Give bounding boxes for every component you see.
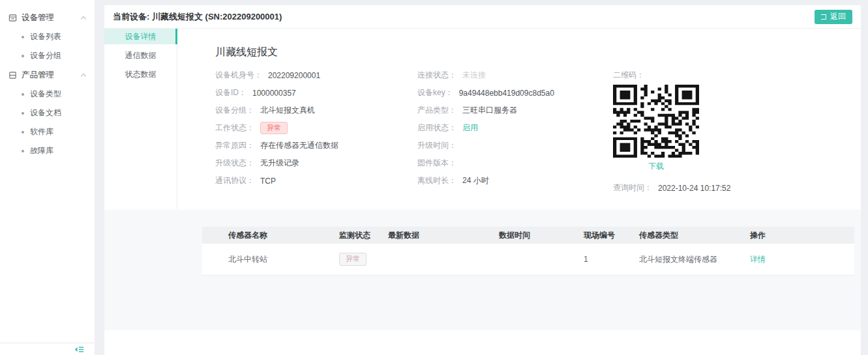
device-detail-panel: 川藏线短报文 设备机身号：202209200001 设备ID：100000035… (177, 29, 861, 209)
field-label: 设备分组： (215, 105, 254, 116)
bullet-icon (22, 150, 24, 152)
abnormal-reason-value: 存在传感器无通信数据 (260, 140, 338, 151)
sidebar: 设备管理 设备列表 设备分组 产品管理 设备类型 设备文档 软 (0, 0, 95, 355)
col-latest-data: 最新数据 (388, 230, 499, 241)
query-time-label: 查询时间： (613, 182, 652, 193)
device-id-value: 1000000357 (252, 89, 296, 98)
field-label: 设备机身号： (215, 70, 262, 81)
field-label: 升级时间： (417, 140, 456, 151)
connection-status-value: 未连接 (462, 70, 486, 81)
bullet-icon (22, 55, 24, 57)
detail-column-3: 二维码： 下载 查询时间： 2022-10-24 10:17:52 (613, 66, 822, 197)
device-group-value: 北斗短报文真机 (260, 105, 315, 116)
tab-status-data[interactable]: 状态数据 (104, 66, 177, 82)
qr-code: 下载 (613, 85, 699, 172)
sidebar-item-label: 设备文档 (30, 107, 61, 119)
sensor-type-cell: 北斗短报文终端传感器 (639, 254, 750, 265)
device-serial-value: 202209200001 (268, 71, 320, 80)
field-label: 固件版本： (417, 158, 456, 169)
query-time-value: 2022-10-24 10:17:52 (658, 184, 730, 193)
chevron-up-icon (81, 16, 86, 21)
sidebar-item-label: 设备列表 (30, 31, 61, 42)
field-label: 通讯协议： (215, 175, 254, 186)
col-data-time: 数据时间 (499, 230, 584, 241)
sidebar-item-label: 设备类型 (30, 89, 61, 100)
bullet-icon (22, 36, 24, 38)
sidebar-group-device-management[interactable]: 设备管理 (0, 8, 95, 27)
sidebar-item-device-docs[interactable]: 设备文档 (0, 104, 95, 122)
field-label: 离线时长： (417, 175, 456, 186)
sensor-name-cell: 北斗中转站 (228, 254, 339, 265)
current-device-title: 当前设备: 川藏线短报文 (SN:202209200001) (113, 11, 282, 23)
detail-column-1: 设备机身号：202209200001 设备ID：1000000357 设备分组：… (215, 66, 411, 190)
field-label: 设备ID： (215, 87, 247, 98)
device-management-icon (8, 14, 17, 22)
return-button[interactable]: 返回 (815, 10, 852, 24)
sidebar-group-label: 设备管理 (22, 12, 54, 23)
col-sensor-type: 传感器类型 (639, 230, 750, 241)
field-label: 异常原因： (215, 140, 254, 151)
offline-duration-value: 24 小时 (462, 175, 489, 186)
field-label: 升级状态： (215, 158, 254, 169)
field-label: 连接状态： (417, 70, 456, 81)
enable-status-link[interactable]: 启用 (462, 122, 478, 134)
sidebar-item-label: 软件库 (30, 126, 53, 137)
col-site-number: 现场编号 (584, 230, 639, 241)
sidebar-group-product-management[interactable]: 产品管理 (0, 65, 95, 85)
sidebar-item-device-group[interactable]: 设备分组 (0, 46, 95, 65)
qr-label: 二维码： (613, 70, 644, 81)
product-management-icon (8, 71, 17, 79)
sensor-section: 传感器名称 监测状态 最新数据 数据时间 现场编号 传感器类型 操作 北斗中转站… (104, 210, 861, 330)
site-number-cell: 1 (584, 255, 639, 264)
detail-tabs: 设备详情 通信数据 状态数据 (104, 29, 177, 209)
qr-download-link[interactable]: 下载 (613, 161, 699, 172)
return-icon (821, 14, 826, 20)
field-label: 启用状态： (417, 122, 456, 134)
sidebar-item-software-library[interactable]: 软件库 (0, 122, 95, 141)
sidebar-group-label: 产品管理 (22, 70, 54, 81)
field-label: 工作状态： (215, 122, 254, 134)
table-row: 北斗中转站 异常 1 北斗短报文终端传感器 详情 (202, 244, 854, 276)
sensor-table: 传感器名称 监测状态 最新数据 数据时间 现场编号 传感器类型 操作 北斗中转站… (202, 227, 854, 276)
product-type-value: 三旺串口服务器 (462, 105, 517, 116)
sidebar-item-label: 故障库 (30, 145, 53, 156)
device-key-value: 9a49448ebb419d09c8d5a0 (459, 89, 554, 98)
tab-device-detail[interactable]: 设备详情 (104, 29, 177, 44)
chevron-up-icon (81, 74, 86, 79)
protocol-value: TCP (260, 177, 276, 186)
field-label: 设备key： (417, 87, 453, 98)
col-sensor-name: 传感器名称 (228, 230, 339, 241)
device-header-bar: 当前设备: 川藏线短报文 (SN:202209200001) 返回 (104, 5, 861, 29)
bullet-icon (22, 93, 24, 96)
field-label: 产品类型： (417, 105, 456, 116)
detail-column-2: 连接状态：未连接 设备key：9a49448ebb419d09c8d5a0 产品… (417, 66, 606, 190)
work-status-badge: 异常 (260, 122, 288, 134)
device-name-title: 川藏线短报文 (215, 46, 278, 59)
col-monitor-status: 监测状态 (339, 230, 388, 241)
sensor-table-header: 传感器名称 监测状态 最新数据 数据时间 现场编号 传感器类型 操作 (202, 227, 854, 244)
sidebar-item-fault-library[interactable]: 故障库 (0, 141, 95, 160)
tab-communication-data[interactable]: 通信数据 (104, 48, 177, 63)
collapse-sidebar-icon[interactable] (74, 346, 84, 353)
bullet-icon (22, 131, 24, 134)
return-button-label: 返回 (830, 11, 846, 22)
sidebar-item-device-list[interactable]: 设备列表 (0, 27, 95, 46)
sidebar-item-label: 设备分组 (30, 50, 61, 61)
bullet-icon (22, 112, 24, 115)
row-detail-link[interactable]: 详情 (750, 254, 854, 265)
monitor-status-badge: 异常 (339, 253, 367, 265)
sidebar-item-device-type[interactable]: 设备类型 (0, 85, 95, 104)
col-actions: 操作 (750, 230, 854, 241)
sidebar-footer (0, 343, 95, 355)
qr-code-image (613, 85, 699, 158)
main-panel: 当前设备: 川藏线短报文 (SN:202209200001) 返回 设备详情 通… (104, 5, 861, 355)
upgrade-status-value: 无升级记录 (260, 158, 299, 169)
